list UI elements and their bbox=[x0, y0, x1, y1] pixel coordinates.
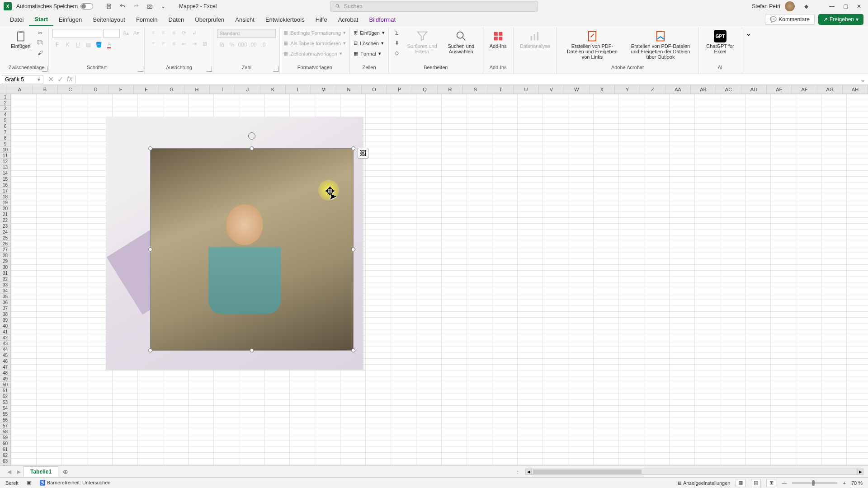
row-header-62[interactable]: 62 bbox=[0, 452, 10, 458]
sheet-nav-next[interactable]: ▶ bbox=[14, 469, 24, 475]
col-header-R[interactable]: R bbox=[438, 85, 463, 94]
tab-ansicht[interactable]: Ansicht bbox=[230, 14, 260, 26]
col-header-AF[interactable]: AF bbox=[792, 85, 817, 94]
row-header-29[interactable]: 29 bbox=[0, 258, 10, 264]
enter-formula-icon[interactable]: ✓ bbox=[57, 75, 63, 84]
col-header-AE[interactable]: AE bbox=[767, 85, 792, 94]
row-header-27[interactable]: 27 bbox=[0, 247, 10, 253]
indent-decrease-icon[interactable]: ⇤ bbox=[179, 40, 189, 48]
row-header-56[interactable]: 56 bbox=[0, 417, 10, 423]
number-launcher[interactable] bbox=[273, 66, 278, 72]
tab-split-handle[interactable]: ⋮ bbox=[515, 469, 520, 474]
tab-ueberpruefen[interactable]: Überprüfen bbox=[189, 14, 230, 26]
row-header-50[interactable]: 50 bbox=[0, 382, 10, 388]
increase-font-icon[interactable]: A▴ bbox=[121, 29, 130, 37]
row-header-47[interactable]: 47 bbox=[0, 364, 10, 370]
clipboard-launcher[interactable] bbox=[42, 66, 47, 72]
cells-area[interactable]: 🖼 ✥➤ bbox=[11, 94, 868, 465]
fill-icon[interactable]: ⬇ bbox=[392, 39, 401, 47]
addins-button[interactable]: Add-Ins bbox=[487, 29, 509, 50]
picture-options-button[interactable]: 🖼 bbox=[358, 148, 368, 159]
conditional-formatting[interactable]: ▦Bedingte Formatierung ▾ bbox=[283, 29, 346, 37]
col-header-AG[interactable]: AG bbox=[817, 85, 843, 94]
zoom-slider[interactable] bbox=[792, 482, 837, 484]
col-header-B[interactable]: B bbox=[33, 85, 58, 94]
data-analysis-button[interactable]: Datenanalyse bbox=[517, 29, 553, 50]
row-header-42[interactable]: 42 bbox=[0, 335, 10, 341]
row-header-59[interactable]: 59 bbox=[0, 435, 10, 441]
minimize-button[interactable]: — bbox=[826, 1, 837, 11]
row-header-63[interactable]: 63 bbox=[0, 458, 10, 464]
tab-datei[interactable]: Datei bbox=[5, 14, 29, 26]
sheet-nav-prev[interactable]: ◀ bbox=[5, 469, 14, 475]
format-cells[interactable]: ▦Format ▾ bbox=[354, 50, 381, 57]
row-header-12[interactable]: 12 bbox=[0, 159, 10, 164]
font-size-select[interactable] bbox=[104, 29, 120, 38]
diamond-icon[interactable]: ◆ bbox=[802, 2, 810, 10]
row-header-40[interactable]: 40 bbox=[0, 323, 10, 329]
tab-daten[interactable]: Daten bbox=[163, 14, 190, 26]
zoom-in-button[interactable]: + bbox=[843, 480, 845, 486]
decrease-font-icon[interactable]: A▾ bbox=[132, 29, 141, 37]
col-header-F[interactable]: F bbox=[134, 85, 159, 94]
row-header-39[interactable]: 39 bbox=[0, 317, 10, 323]
delete-cells[interactable]: ⊟Löschen ▾ bbox=[354, 39, 384, 47]
rotation-handle[interactable] bbox=[248, 132, 255, 140]
camera-icon[interactable] bbox=[146, 2, 154, 10]
format-painter-icon[interactable]: 🖌 bbox=[36, 49, 45, 57]
col-header-L[interactable]: L bbox=[286, 85, 311, 94]
cut-icon[interactable]: ✂ bbox=[36, 29, 45, 37]
currency-icon[interactable]: ₪ bbox=[217, 41, 226, 49]
comments-button[interactable]: 💬Kommentare bbox=[765, 14, 815, 25]
search-box[interactable]: Suchen bbox=[330, 1, 538, 12]
row-header-31[interactable]: 31 bbox=[0, 270, 10, 276]
row-header-20[interactable]: 20 bbox=[0, 206, 10, 211]
row-header-36[interactable]: 36 bbox=[0, 300, 10, 305]
font-launcher[interactable] bbox=[138, 66, 143, 72]
align-bottom-icon[interactable]: ≡ bbox=[169, 29, 178, 37]
row-header-53[interactable]: 53 bbox=[0, 399, 10, 405]
row-header-26[interactable]: 26 bbox=[0, 241, 10, 247]
row-header-13[interactable]: 13 bbox=[0, 164, 10, 170]
merge-icon[interactable]: ⊞ bbox=[200, 40, 209, 48]
align-left-icon[interactable]: ≡ bbox=[148, 40, 157, 48]
col-header-Q[interactable]: Q bbox=[412, 85, 438, 94]
row-header-54[interactable]: 54 bbox=[0, 405, 10, 411]
row-header-45[interactable]: 45 bbox=[0, 352, 10, 358]
resize-handle-w[interactable] bbox=[148, 248, 152, 252]
zoom-out-button[interactable]: — bbox=[782, 480, 787, 486]
undo-icon[interactable] bbox=[118, 2, 127, 10]
row-header-3[interactable]: 3 bbox=[0, 106, 10, 112]
select-all-corner[interactable] bbox=[0, 85, 7, 94]
close-button[interactable]: ✕ bbox=[854, 1, 864, 11]
row-header-24[interactable]: 24 bbox=[0, 229, 10, 235]
row-header-17[interactable]: 17 bbox=[0, 188, 10, 194]
row-header-28[interactable]: 28 bbox=[0, 253, 10, 258]
col-header-AD[interactable]: AD bbox=[741, 85, 767, 94]
create-pdf-link-button[interactable]: Erstellen von PDF-Dateien und Freigeben … bbox=[561, 29, 624, 61]
cell-styles[interactable]: ▦Zellenformatvorlagen ▾ bbox=[283, 50, 342, 57]
tab-einfuegen[interactable]: Einfügen bbox=[53, 14, 87, 26]
accessibility-status[interactable]: ♿ Barrierefreiheit: Untersuchen bbox=[39, 480, 111, 486]
font-name-select[interactable] bbox=[52, 29, 102, 38]
expand-formula-bar-icon[interactable]: ⌄ bbox=[860, 75, 868, 84]
row-header-32[interactable]: 32 bbox=[0, 276, 10, 282]
formula-input[interactable] bbox=[75, 75, 860, 84]
row-header-2[interactable]: 2 bbox=[0, 100, 10, 106]
col-header-Z[interactable]: Z bbox=[640, 85, 665, 94]
row-header-21[interactable]: 21 bbox=[0, 211, 10, 217]
col-header-S[interactable]: S bbox=[463, 85, 488, 94]
row-header-30[interactable]: 30 bbox=[0, 264, 10, 270]
col-header-E[interactable]: E bbox=[108, 85, 134, 94]
row-header-8[interactable]: 8 bbox=[0, 135, 10, 141]
macro-record-icon[interactable]: ▣ bbox=[27, 480, 31, 486]
col-header-M[interactable]: M bbox=[311, 85, 336, 94]
zoom-level[interactable]: 70 % bbox=[851, 480, 863, 486]
tab-formeln[interactable]: Formeln bbox=[131, 14, 163, 26]
col-header-T[interactable]: T bbox=[488, 85, 514, 94]
row-header-14[interactable]: 14 bbox=[0, 170, 10, 176]
row-header-64[interactable]: 64 bbox=[0, 464, 10, 465]
row-header-41[interactable]: 41 bbox=[0, 329, 10, 335]
insert-cells[interactable]: ⊞Einfügen ▾ bbox=[354, 29, 384, 37]
row-header-37[interactable]: 37 bbox=[0, 305, 10, 311]
